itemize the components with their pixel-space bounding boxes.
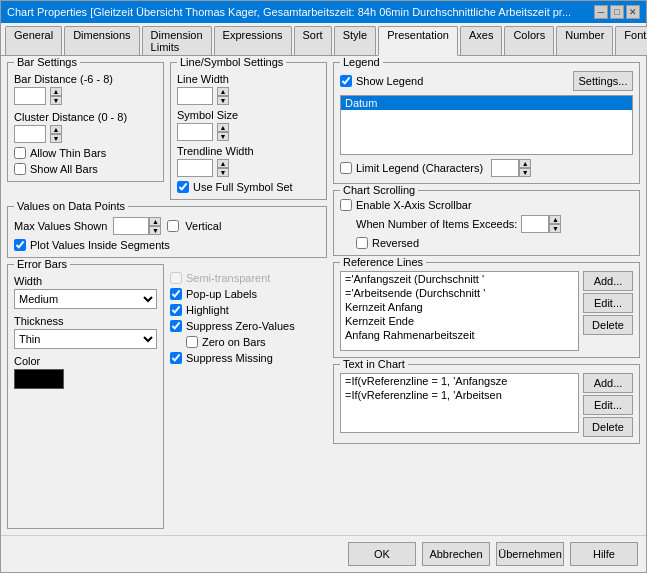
- when-exceeds-spin: 10 ▲ ▼: [521, 215, 561, 233]
- tab-dimension-limits[interactable]: Dimension Limits: [142, 26, 212, 55]
- tab-dimensions[interactable]: Dimensions: [64, 26, 139, 55]
- tab-expressions[interactable]: Expressions: [214, 26, 292, 55]
- bar-settings-col: Bar Settings Bar Distance (-6 - 8) 2 ▲ ▼…: [7, 62, 164, 200]
- trendline-width-down[interactable]: ▼: [217, 168, 229, 177]
- ref-edit-button[interactable]: Edit...: [583, 293, 633, 313]
- ref-item-2[interactable]: Kernzeit Anfang: [341, 300, 578, 314]
- cluster-distance-label: Cluster Distance (0 - 8): [14, 111, 157, 123]
- symbol-size-up[interactable]: ▲: [217, 123, 229, 132]
- minimize-button[interactable]: ─: [594, 5, 608, 19]
- close-button[interactable]: ✕: [626, 5, 640, 19]
- limit-legend-spin: 15 ▲ ▼: [491, 159, 531, 177]
- text-add-button[interactable]: Add...: [583, 373, 633, 393]
- cluster-distance-down[interactable]: ▼: [50, 134, 62, 143]
- reference-lines-label: Reference Lines: [340, 256, 426, 268]
- limit-legend-checkbox[interactable]: [340, 162, 352, 174]
- vertical-checkbox[interactable]: [167, 220, 179, 232]
- maximize-button[interactable]: □: [610, 5, 624, 19]
- bar-distance-input[interactable]: 2: [14, 87, 46, 105]
- max-values-down[interactable]: ▼: [149, 226, 161, 235]
- suppress-zero-checkbox[interactable]: [170, 320, 182, 332]
- thickness-select[interactable]: Thin Medium Wide: [14, 329, 157, 349]
- bar-distance-up[interactable]: ▲: [50, 87, 62, 96]
- tab-number[interactable]: Number: [556, 26, 613, 55]
- color-swatch[interactable]: [14, 369, 64, 389]
- ref-item-4[interactable]: Anfang Rahmenarbeitszeit: [341, 328, 578, 342]
- line-width-down[interactable]: ▼: [217, 96, 229, 105]
- zero-on-bars-label: Zero on Bars: [202, 336, 266, 348]
- help-button[interactable]: Hilfe: [570, 542, 638, 566]
- cluster-distance-up[interactable]: ▲: [50, 125, 62, 134]
- tab-axes[interactable]: Axes: [460, 26, 502, 55]
- enable-scrollbar-checkbox[interactable]: [340, 199, 352, 211]
- plot-values-checkbox[interactable]: [14, 239, 26, 251]
- tab-style[interactable]: Style: [334, 26, 376, 55]
- chart-scrolling-label: Chart Scrolling: [340, 184, 418, 196]
- max-values-spinner: ▲ ▼: [149, 217, 161, 235]
- line-width-label: Line Width: [177, 73, 320, 85]
- reversed-checkbox[interactable]: [356, 237, 368, 249]
- suppress-zero-label: Suppress Zero-Values: [186, 320, 295, 332]
- semi-transparent-checkbox[interactable]: [170, 272, 182, 284]
- ref-item-0[interactable]: ='Anfangszeit (Durchschnitt ': [341, 272, 578, 286]
- use-full-symbol-row: Use Full Symbol Set: [177, 181, 320, 193]
- bar-settings-group: Bar Settings Bar Distance (-6 - 8) 2 ▲ ▼…: [7, 62, 164, 182]
- cancel-button[interactable]: Abbrechen: [422, 542, 490, 566]
- suppress-zero-row: Suppress Zero-Values: [170, 320, 327, 332]
- ref-delete-button[interactable]: Delete: [583, 315, 633, 335]
- use-full-symbol-checkbox[interactable]: [177, 181, 189, 193]
- line-width-up[interactable]: ▲: [217, 87, 229, 96]
- suppress-missing-checkbox[interactable]: [170, 352, 182, 364]
- limit-legend-input[interactable]: 15: [491, 159, 519, 177]
- allow-thin-bars-checkbox[interactable]: [14, 147, 26, 159]
- tab-general[interactable]: General: [5, 26, 62, 55]
- ref-item-1[interactable]: ='Arbeitsende (Durchschnitt ': [341, 286, 578, 300]
- right-panel: Legend Show Legend Settings... Datum Lim…: [333, 62, 640, 529]
- popup-labels-checkbox[interactable]: [170, 288, 182, 300]
- symbol-size-down[interactable]: ▼: [217, 132, 229, 141]
- text-item-1[interactable]: =If(vReferenzline = 1, 'Arbeitsen: [341, 388, 578, 402]
- color-label: Color: [14, 355, 157, 367]
- legend-settings-button[interactable]: Settings...: [573, 71, 633, 91]
- symbol-size-input[interactable]: 2 pt: [177, 123, 213, 141]
- max-values-input[interactable]: 100: [113, 217, 149, 235]
- line-width-input[interactable]: 4 pt: [177, 87, 213, 105]
- highlight-checkbox[interactable]: [170, 304, 182, 316]
- ref-item-3[interactable]: Kernzeit Ende: [341, 314, 578, 328]
- trendline-width-up[interactable]: ▲: [217, 159, 229, 168]
- reference-lines-list[interactable]: ='Anfangszeit (Durchschnitt ' ='Arbeitse…: [340, 271, 579, 351]
- tab-font[interactable]: Font: [615, 26, 647, 55]
- limit-legend-spinner: ▲ ▼: [519, 159, 531, 177]
- zero-on-bars-checkbox[interactable]: [186, 336, 198, 348]
- show-legend-checkbox[interactable]: [340, 75, 352, 87]
- max-values-up[interactable]: ▲: [149, 217, 161, 226]
- text-edit-button[interactable]: Edit...: [583, 395, 633, 415]
- allow-thin-bars-label: Allow Thin Bars: [30, 147, 106, 159]
- width-select[interactable]: Medium Thin Wide: [14, 289, 157, 309]
- trendline-width-label: Trendline Width: [177, 145, 320, 157]
- legend-item-datum[interactable]: Datum: [341, 96, 632, 110]
- when-exceeds-down[interactable]: ▼: [549, 224, 561, 233]
- cluster-distance-input[interactable]: 4: [14, 125, 46, 143]
- when-exceeds-input[interactable]: 10: [521, 215, 549, 233]
- error-bars-label: Error Bars: [14, 258, 70, 270]
- allow-thin-bars-row: Allow Thin Bars: [14, 147, 157, 159]
- limit-legend-down[interactable]: ▼: [519, 168, 531, 177]
- ok-button[interactable]: OK: [348, 542, 416, 566]
- text-item-0[interactable]: =If(vReferenzline = 1, 'Anfangsze: [341, 374, 578, 388]
- bar-distance-down[interactable]: ▼: [50, 96, 62, 105]
- line-symbol-group: Line/Symbol Settings Line Width 4 pt ▲ ▼…: [170, 62, 327, 200]
- legend-list[interactable]: Datum: [340, 95, 633, 155]
- show-all-bars-checkbox[interactable]: [14, 163, 26, 175]
- ref-add-button[interactable]: Add...: [583, 271, 633, 291]
- text-in-chart-list[interactable]: =If(vReferenzline = 1, 'Anfangsze =If(vR…: [340, 373, 579, 433]
- enable-scrollbar-row: Enable X-Axis Scrollbar: [340, 199, 633, 211]
- text-delete-button[interactable]: Delete: [583, 417, 633, 437]
- trendline-width-input[interactable]: 1 pt: [177, 159, 213, 177]
- limit-legend-up[interactable]: ▲: [519, 159, 531, 168]
- when-exceeds-up[interactable]: ▲: [549, 215, 561, 224]
- tab-sort[interactable]: Sort: [294, 26, 332, 55]
- apply-button[interactable]: Übernehmen: [496, 542, 564, 566]
- tab-presentation[interactable]: Presentation: [378, 26, 458, 56]
- tab-colors[interactable]: Colors: [504, 26, 554, 55]
